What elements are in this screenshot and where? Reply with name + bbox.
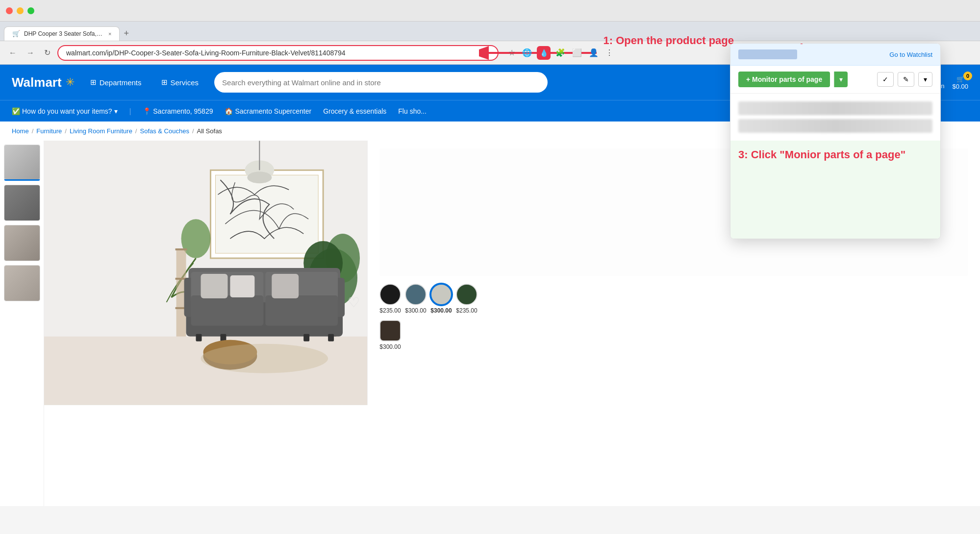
search-input[interactable] — [214, 72, 548, 93]
reload-button[interactable]: ↻ — [41, 46, 53, 59]
breadcrumb-living-room[interactable]: Living Room Furniture — [70, 127, 132, 135]
pipe-divider: | — [129, 107, 131, 115]
walmart-logo-text: Walmart — [12, 75, 62, 90]
swatch-teal[interactable]: $300.00 — [405, 284, 427, 314]
swatch-circle-gray — [430, 284, 452, 305]
bookmark-button[interactable]: ☆ — [506, 46, 517, 59]
address-input[interactable] — [57, 45, 499, 61]
translate-button[interactable]: 🌐 — [520, 46, 534, 59]
cart-badge: 0 — [963, 72, 972, 80]
swatch-price-teal: $300.00 — [405, 307, 426, 314]
swatch-price-gray: $300.00 — [430, 307, 452, 314]
location-item[interactable]: 📍 Sacramento, 95829 — [143, 107, 213, 115]
back-button[interactable]: ← — [6, 47, 20, 59]
breadcrumb-sofas[interactable]: Sofas & Couches — [140, 127, 189, 135]
store-item[interactable]: 🏠 Sacramento Supercenter — [225, 107, 311, 115]
svg-rect-21 — [265, 295, 338, 326]
flu-link[interactable]: Flu sho... — [398, 107, 427, 115]
watchlist-link[interactable]: Go to Watchlist — [889, 51, 932, 58]
browser-actions: ☆ 🌐 💧 🧩 ⬜ 👤 ⋮ — [506, 46, 615, 60]
cart-container: 0 🛒 $0.00 — [952, 74, 968, 90]
thumbnail-image-1 — [4, 145, 40, 179]
more-icon-button[interactable]: ▾ — [918, 72, 932, 87]
swatch-price-brown: $300.00 — [379, 343, 401, 350]
window-chrome — [0, 0, 980, 22]
forward-button[interactable]: → — [24, 47, 37, 59]
edit-icon-button[interactable]: ✎ — [898, 72, 914, 87]
swatch-green[interactable]: $235.00 — [456, 284, 477, 314]
svg-rect-24 — [272, 274, 299, 298]
swatch-circle-green — [456, 284, 477, 305]
color-swatches: $235.00 $300.00 $300.00 $235.00 — [379, 284, 968, 314]
svg-text:♡: ♡ — [348, 295, 360, 310]
product-scene-svg: ♡ — [44, 141, 367, 405]
departments-button[interactable]: ⊞ Departments — [86, 76, 146, 89]
popup-action-icons: ✓ ✎ ▾ — [877, 72, 932, 87]
product-main-image: ♡ — [44, 141, 367, 405]
minimize-window-button[interactable] — [17, 7, 24, 14]
step3-label: 3: Click "Monior parts of a page" — [738, 148, 932, 161]
blurred-content-row-1 — [738, 101, 932, 115]
thumbnail-4[interactable] — [4, 265, 40, 301]
new-tab-button[interactable]: + — [120, 26, 133, 41]
thumbnail-2[interactable] — [4, 185, 40, 221]
walmart-logo[interactable]: Walmart ✳ — [12, 75, 75, 90]
services-button[interactable]: ⊞ Services — [157, 76, 203, 89]
thumbnail-image-2 — [4, 185, 40, 220]
delivery-option[interactable]: ✅ How do you want your items? ▾ — [12, 107, 118, 115]
breadcrumb-sep-1: / — [32, 127, 34, 135]
location-pin-icon: 📍 — [143, 107, 151, 115]
tab-title: DHP Cooper 3 Seater Sofa, Liv... — [24, 30, 102, 37]
close-window-button[interactable] — [6, 7, 13, 14]
breadcrumb-sep-4: / — [192, 127, 194, 135]
more-button[interactable]: ⋮ — [603, 46, 615, 59]
monitor-parts-button[interactable]: + Monitor parts of page — [738, 72, 830, 87]
swatch-brown[interactable]: $300.00 — [379, 320, 401, 350]
step1-label: 1: Open the product page — [603, 34, 734, 47]
svg-rect-11 — [176, 248, 187, 250]
svg-rect-25 — [196, 334, 202, 341]
monitor-dropdown-button[interactable]: ▾ — [834, 72, 848, 87]
swatch-circle-black — [379, 284, 401, 305]
thumbnail-1[interactable] — [4, 145, 40, 181]
color-swatches-row2: $300.00 — [379, 320, 968, 350]
extensions-button[interactable]: 🧩 — [553, 46, 567, 59]
traffic-lights — [6, 7, 34, 14]
step3-arrow — [789, 43, 814, 47]
swatch-price-green: $235.00 — [456, 307, 477, 314]
popup-content-area — [730, 94, 940, 141]
svg-point-33 — [247, 171, 272, 183]
svg-rect-20 — [191, 295, 264, 326]
breadcrumb-sep-3: / — [135, 127, 137, 135]
svg-point-31 — [201, 344, 328, 373]
cart-button[interactable]: 0 🛒 $0.00 — [952, 75, 968, 90]
services-grid-icon: ⊞ — [161, 78, 168, 87]
extension-icon-button[interactable]: 💧 — [537, 46, 551, 60]
grocery-link[interactable]: Grocery & essentials — [323, 107, 386, 115]
tab-close-button[interactable]: × — [108, 31, 111, 37]
breadcrumb-current: All Sofas — [197, 127, 222, 135]
popup-logo — [738, 49, 797, 59]
swatch-circle-brown — [379, 320, 401, 341]
swatch-black[interactable]: $235.00 — [379, 284, 401, 314]
popup-monitor-row: + Monitor parts of page ▾ ✓ ✎ ▾ — [730, 66, 940, 94]
svg-rect-23 — [230, 275, 254, 297]
svg-rect-2 — [44, 337, 367, 405]
swatch-gray[interactable]: $300.00 — [430, 284, 452, 314]
breadcrumb-furniture[interactable]: Furniture — [36, 127, 62, 135]
thumbnail-3[interactable] — [4, 225, 40, 261]
swatch-price-black: $235.00 — [379, 307, 401, 314]
fullscreen-window-button[interactable] — [27, 7, 34, 14]
extension-popup: 2: Click the extension Go to Watchlist +… — [730, 43, 941, 239]
svg-rect-28 — [328, 334, 334, 341]
popup-wrapper: 2: Click the extension Go to Watchlist +… — [730, 44, 940, 239]
svg-rect-22 — [201, 274, 228, 298]
tab-group-button[interactable]: ⬜ — [570, 46, 584, 59]
product-image-container: ♡ — [44, 141, 368, 405]
profile-button[interactable]: 👤 — [587, 46, 601, 59]
check-icon-button[interactable]: ✓ — [877, 72, 894, 87]
thumbnail-image-3 — [4, 225, 40, 261]
tab-favicon: 🛒 — [12, 30, 20, 38]
breadcrumb-home[interactable]: Home — [12, 127, 29, 135]
active-tab[interactable]: 🛒 DHP Cooper 3 Seater Sofa, Liv... × — [4, 26, 120, 41]
